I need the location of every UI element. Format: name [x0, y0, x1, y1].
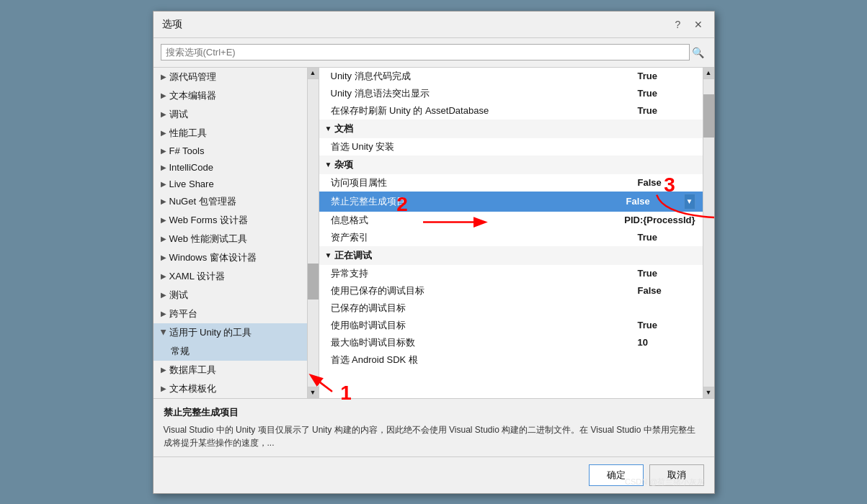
prop-use-saved-debug-target[interactable]: 使用已保存的调试目标 False — [319, 282, 703, 300]
properties-list: Unity 消息代码完成 True Unity 消息语法突出显示 True 在保… — [319, 68, 703, 369]
nav-item-unity-tools[interactable]: ▶ 适用于 Unity 的工具 — [154, 323, 319, 342]
prop-unity-message-completion: Unity 消息代码完成 True — [319, 68, 703, 85]
dialog-footer: 确定 取消 — [154, 456, 714, 493]
prop-name: 异常支持 — [331, 267, 638, 280]
expand-arrow: ▶ — [161, 310, 166, 318]
nav-item-windows-designer[interactable]: ▶ Windows 窗体设计器 — [154, 248, 319, 267]
nav-label: 适用于 Unity 的工具 — [169, 326, 252, 339]
prop-value: True — [638, 71, 695, 81]
expand-arrow: ▶ — [161, 291, 166, 299]
nav-label: 常规 — [171, 345, 190, 358]
section-docs[interactable]: ▼ 文档 — [319, 120, 703, 138]
right-panel: Unity 消息代码完成 True Unity 消息语法突出显示 True 在保… — [319, 68, 714, 398]
prop-name: 首选 Unity 安装 — [331, 140, 638, 153]
nav-item-webforms[interactable]: ▶ Web Forms 设计器 — [154, 211, 319, 230]
prop-info-format[interactable]: 信息格式 PID:{ProcessId} — [319, 212, 703, 229]
nav-label: Windows 窗体设计器 — [169, 251, 257, 264]
prop-name: Unity 消息语法突出显示 — [331, 87, 638, 100]
nav-item-nuget[interactable]: ▶ NuGet 包管理器 — [154, 192, 319, 211]
nav-item-perf-tools[interactable]: ▶ 性能工具 — [154, 124, 319, 143]
section-label: 正在调试 — [334, 249, 372, 262]
nav-item-web-perf[interactable]: ▶ Web 性能测试工具 — [154, 230, 319, 248]
right-scrollbar[interactable]: ▲ ▼ — [703, 68, 714, 398]
section-arrow: ▼ — [325, 161, 332, 168]
nav-label: 性能工具 — [169, 127, 207, 140]
expand-arrow: ▶ — [161, 272, 166, 280]
prop-use-temp-debug-target[interactable]: 使用临时调试目标 True — [319, 317, 703, 334]
nav-item-cross-platform[interactable]: ▶ 跨平台 — [154, 305, 319, 323]
section-label: 文档 — [334, 122, 353, 135]
prop-exception-support[interactable]: 异常支持 True — [319, 265, 703, 282]
right-scroll-down[interactable]: ▼ — [703, 387, 714, 398]
prop-max-temp-debug-targets[interactable]: 最大临时调试目标数 10 — [319, 334, 703, 351]
nav-item-text-editor[interactable]: ▶ 文本编辑器 — [154, 86, 319, 105]
prop-name: 在保存时刷新 Unity 的 AssetDatabase — [331, 104, 638, 117]
prop-android-sdk[interactable]: 首选 Android SDK 根 — [319, 351, 703, 369]
prop-value: PID:{ProcessId} — [624, 215, 695, 225]
dialog-body: 🔍 ▶ 源代码管理 ▶ 文本编辑器 ▶ 调试 — [154, 38, 714, 493]
nav-label: XAML 设计器 — [169, 270, 226, 283]
expand-arrow: ▶ — [161, 180, 166, 188]
prop-asset-index[interactable]: 资产索引 True — [319, 229, 703, 246]
expand-arrow: ▶ — [161, 366, 166, 374]
prop-name: 信息格式 — [331, 214, 625, 227]
nav-item-template[interactable]: ▶ 文本模板化 — [154, 379, 319, 398]
close-button[interactable]: ✕ — [691, 17, 706, 32]
nav-item-source-control[interactable]: ▶ 源代码管理 — [154, 68, 319, 86]
search-input[interactable] — [161, 44, 690, 60]
nav-item-fsharp[interactable]: ▶ F# Tools — [154, 143, 319, 159]
expand-arrow: ▶ — [159, 330, 167, 336]
prop-access-project-props[interactable]: 访问项目属性 False — [319, 174, 703, 192]
section-arrow: ▼ — [325, 251, 332, 259]
section-arrow: ▼ — [325, 125, 332, 132]
nav-label: 文本编辑器 — [169, 89, 216, 102]
prop-unity-syntax-highlight: Unity 消息语法突出显示 True — [319, 85, 703, 102]
nav-label: Live Share — [169, 179, 214, 189]
title-bar: 选项 ? ✕ — [154, 12, 714, 38]
scroll-down-button[interactable]: ▼ — [308, 387, 319, 398]
prop-name: 使用临时调试目标 — [331, 319, 638, 332]
nav-list: ▶ 源代码管理 ▶ 文本编辑器 ▶ 调试 ▶ 性能工具 — [154, 68, 319, 398]
prop-name: 访问项目属性 — [331, 176, 638, 189]
prop-value: True — [638, 105, 695, 116]
nav-item-db-tools[interactable]: ▶ 数据库工具 — [154, 361, 319, 379]
scroll-up-button[interactable]: ▲ — [308, 68, 319, 79]
dropdown-arrow[interactable]: ▼ — [684, 194, 695, 210]
nav-label: F# Tools — [169, 145, 205, 156]
nav-item-xaml[interactable]: ▶ XAML 设计器 — [154, 267, 319, 286]
section-misc[interactable]: ▼ 杂项 — [319, 156, 703, 174]
nav-label: 源代码管理 — [169, 71, 216, 84]
prop-value: False — [638, 177, 695, 188]
prop-value: True — [638, 320, 695, 330]
section-debugging[interactable]: ▼ 正在调试 — [319, 246, 703, 265]
help-button[interactable]: ? — [671, 17, 685, 32]
left-scrollbar[interactable]: ▲ ▼ — [307, 68, 319, 398]
prop-prefer-unity-install: 首选 Unity 安装 — [319, 138, 703, 156]
prop-value: False — [626, 196, 684, 207]
prop-name: Unity 消息代码完成 — [331, 70, 638, 83]
section-label: 杂项 — [334, 158, 353, 171]
expand-arrow: ▶ — [161, 147, 166, 155]
nav-item-test[interactable]: ▶ 测试 — [154, 286, 319, 305]
nav-label: NuGet 包管理器 — [169, 195, 236, 208]
scroll-thumb[interactable] — [308, 264, 319, 300]
right-scroll-up[interactable]: ▲ — [703, 68, 714, 79]
nav-item-live-share[interactable]: ▶ Live Share — [154, 176, 319, 192]
prop-saved-debug-target[interactable]: 已保存的调试目标 — [319, 300, 703, 317]
nav-item-intellicode[interactable]: ▶ IntelliCode — [154, 159, 319, 176]
prop-name: 首选 Android SDK 根 — [331, 354, 638, 366]
nav-item-general[interactable]: 常规 — [154, 342, 319, 361]
nav-item-debug[interactable]: ▶ 调试 — [154, 105, 319, 124]
nav-label: 跨平台 — [169, 307, 197, 320]
search-icon[interactable]: 🔍 — [690, 44, 707, 61]
expand-arrow: ▶ — [161, 73, 166, 81]
expand-arrow: ▶ — [161, 110, 166, 118]
prop-disable-full-build[interactable]: 禁止完整生成项目 False ▼ — [319, 192, 703, 212]
scroll-track — [308, 79, 319, 387]
description-title: 禁止完整生成项目 — [164, 406, 704, 419]
expand-arrow: ▶ — [161, 384, 166, 392]
right-scroll-thumb[interactable] — [703, 94, 714, 138]
prop-value: True — [638, 268, 695, 279]
expand-arrow: ▶ — [161, 253, 166, 261]
prop-name: 资产索引 — [331, 231, 638, 244]
